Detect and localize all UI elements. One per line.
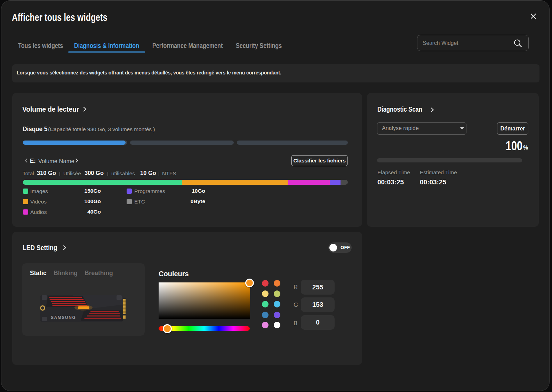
svg-text:SAMSUNG: SAMSUNG (51, 315, 76, 320)
